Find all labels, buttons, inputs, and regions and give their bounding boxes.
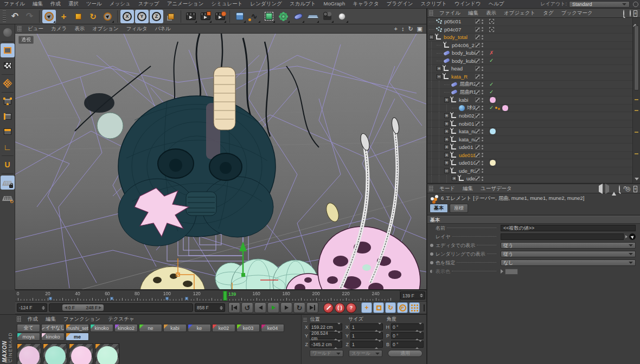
texture-tag-icon[interactable] [489, 128, 496, 135]
object-row[interactable]: +kata_naka2 [427, 128, 632, 136]
menu-item[interactable]: モード [436, 185, 459, 191]
enabled-check-icon[interactable]: ✓ [489, 58, 494, 63]
value-stepper[interactable] [415, 324, 422, 330]
layer-tab[interactable]: ne [139, 324, 162, 332]
keyframe-dot-icon[interactable] [430, 270, 433, 273]
texture-tag-icon[interactable] [489, 96, 496, 103]
layout-select[interactable]: Standard [569, 1, 630, 8]
layer-toggle[interactable] [475, 176, 480, 181]
position-input[interactable]: 159.22 cm [310, 323, 342, 330]
display-color-swatch[interactable] [505, 269, 518, 275]
visibility-toggles[interactable] [482, 129, 483, 134]
visibility-toggles[interactable] [482, 114, 483, 118]
object-row[interactable]: −kata_R [427, 73, 632, 81]
pin-icon[interactable] [612, 186, 616, 192]
key-scale-button[interactable] [373, 302, 384, 313]
layer-tab[interactable]: mushi_set [66, 324, 89, 332]
collapse-icon[interactable]: − [437, 74, 441, 79]
lock-workplane-button[interactable] [1, 176, 15, 190]
visibility-toggles[interactable] [482, 153, 483, 157]
keyframe-selection-button[interactable]: ? [346, 303, 356, 313]
prev-frame-button[interactable] [254, 302, 266, 313]
object-row[interactable]: 屈曲R1✓ [427, 89, 632, 97]
disabled-cross-icon[interactable]: ✗ [489, 50, 494, 56]
timeline-key-marker[interactable] [165, 297, 168, 300]
layer-tab[interactable]: kinoko [41, 333, 65, 341]
menu-item[interactable]: 選択 [65, 1, 82, 6]
layer-toggle[interactable] [475, 90, 480, 95]
visibility-toggles[interactable] [482, 161, 483, 165]
render-settings-button[interactable] [213, 10, 227, 23]
layer-toggle[interactable] [475, 106, 480, 110]
primitive-cube-button[interactable] [233, 10, 246, 23]
current-frame-field[interactable]: 139 F [400, 291, 425, 300]
object-row[interactable]: +kata_naka1 [427, 136, 632, 144]
layer-toggle[interactable] [475, 43, 480, 48]
expand-icon[interactable]: + [437, 66, 441, 71]
object-row[interactable]: body_kubi2✗ [427, 49, 632, 57]
object-manager-grip[interactable] [429, 10, 433, 16]
value-stepper[interactable] [334, 342, 341, 347]
polygons-mode-button[interactable] [1, 125, 15, 139]
visibility-toggles[interactable] [482, 106, 483, 110]
layer-toggle[interactable] [475, 27, 480, 32]
material-swatch[interactable] [17, 343, 41, 364]
menu-item[interactable]: テクスチャ [104, 316, 138, 322]
display-tag-icon[interactable] [489, 27, 494, 32]
object-row[interactable]: +ude02C [427, 175, 632, 183]
layer-tab[interactable]: kabi [163, 324, 187, 332]
name-input[interactable]: <<複数の値>> [501, 225, 636, 231]
last-tool-button[interactable] [101, 10, 114, 23]
coordinate-grip[interactable] [303, 317, 307, 322]
scroll-down-icon[interactable] [635, 178, 639, 180]
key-point-level-button[interactable] [409, 302, 420, 313]
value-stepper[interactable] [415, 342, 422, 347]
expand-icon[interactable]: + [444, 121, 449, 126]
layer-tab[interactable]: レイヤなし [41, 324, 65, 332]
axis-mode-button[interactable]: ∟ [1, 140, 15, 154]
expand-icon[interactable]: + [444, 153, 449, 158]
menu-item[interactable]: 編集 [42, 316, 60, 322]
enabled-check-icon[interactable]: ✓ [489, 89, 494, 95]
timeline-range-slider[interactable]: 0 F 248 F [49, 303, 193, 312]
live-selection-button[interactable] [42, 10, 56, 23]
next-frame-button[interactable] [280, 302, 292, 313]
visibility-toggles[interactable] [482, 74, 483, 79]
goto-start-button[interactable] [228, 302, 240, 313]
range-handle[interactable]: 0 F 248 F [62, 304, 104, 311]
layer-browse-icon[interactable] [629, 233, 636, 240]
scroll-thumb[interactable] [634, 25, 639, 90]
menu-item[interactable]: オブジェクト [500, 10, 539, 16]
tab-basic[interactable]: 基本 [430, 204, 448, 213]
make-editable-button[interactable] [1, 25, 15, 40]
object-row[interactable]: −ude_R2 [427, 167, 632, 176]
layer-toggle[interactable] [475, 145, 480, 150]
coordinate-space-select[interactable]: ワールド [310, 350, 343, 357]
menu-item[interactable]: ビュー [24, 25, 47, 31]
menu-item[interactable]: 作成 [24, 316, 42, 322]
layer-tab[interactable]: kinoko2 [114, 324, 138, 332]
undo-button[interactable]: ↶ [8, 10, 22, 23]
coord-system-button[interactable] [164, 10, 178, 23]
layer-toggle[interactable] [475, 113, 480, 118]
menu-item[interactable]: ユーザデータ [477, 185, 516, 191]
prev-key-button[interactable]: ↺ [241, 302, 253, 313]
menu-item[interactable]: スクリプト [417, 1, 451, 6]
menu-item[interactable]: 表示 [71, 25, 88, 31]
object-row[interactable]: +ude01 [427, 144, 632, 152]
enabled-check-icon[interactable]: ✓ [489, 105, 494, 110]
viewport-grip[interactable] [15, 26, 24, 31]
value-stepper[interactable] [375, 342, 381, 347]
layer-tab[interactable]: me [66, 333, 89, 341]
search-icon[interactable] [619, 186, 620, 192]
layer-toggle[interactable] [475, 58, 480, 63]
viewport-canvas[interactable]: 透視 [15, 34, 426, 290]
layer-tab[interactable]: 全て [17, 324, 40, 332]
menu-item[interactable]: アニメーション [163, 1, 208, 6]
angle-input[interactable]: 0 ° [391, 341, 424, 348]
points-mode-button[interactable] [1, 94, 15, 108]
layer-toggle[interactable] [475, 66, 480, 71]
light-button[interactable] [335, 10, 349, 23]
object-row[interactable]: +nobi02_1 [427, 112, 632, 120]
select-色を指定[interactable]: なし [501, 259, 636, 266]
